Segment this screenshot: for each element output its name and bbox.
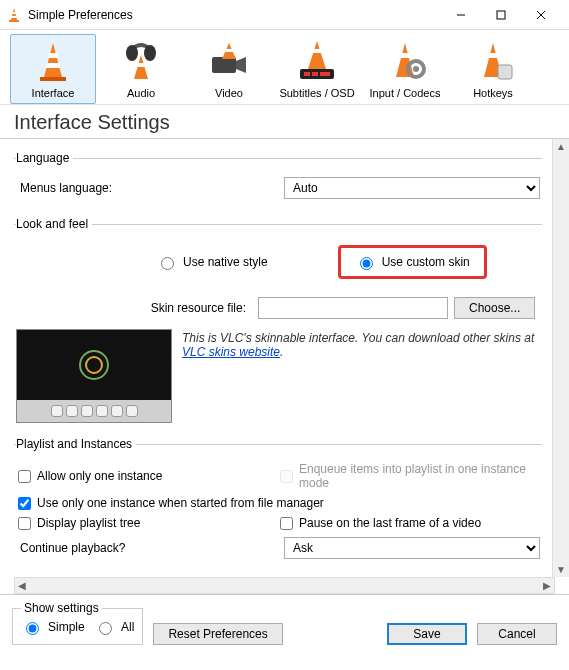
scroll-left-icon[interactable]: ◀ [18,580,26,591]
svg-point-13 [144,45,156,61]
tab-label: Interface [32,87,75,99]
svg-rect-23 [304,72,310,76]
svg-rect-2 [12,12,16,14]
check-allow-one-instance[interactable]: Allow only one instance [16,462,278,490]
svg-rect-25 [320,72,330,76]
group-language: Language Menus language: Auto [14,151,542,207]
svg-rect-15 [137,63,145,67]
interface-icon [30,39,76,85]
preview-controls [17,400,171,422]
radio-native-input[interactable] [161,257,174,270]
scroll-right-icon[interactable]: ▶ [543,580,551,591]
skin-file-label: Skin resource file: [116,301,252,315]
maximize-button[interactable] [481,1,521,29]
svg-rect-21 [312,49,322,53]
group-playlist: Playlist and Instances Allow only one in… [14,437,542,567]
tab-video[interactable]: Video [186,34,272,104]
check-pause-last-frame[interactable]: Pause on the last frame of a video [278,516,540,530]
radio-custom-skin[interactable]: Use custom skin [338,245,487,279]
svg-marker-8 [44,43,62,77]
video-icon [206,39,252,85]
minimize-button[interactable] [441,1,481,29]
hotkeys-icon [470,39,516,85]
tab-label: Input / Codecs [370,87,441,99]
skin-file-input[interactable] [258,297,448,319]
input-codecs-icon [382,39,428,85]
tab-input-codecs[interactable]: Input / Codecs [362,34,448,104]
skins-website-link[interactable]: VLC skins website [182,345,280,359]
skin-description: This is VLC's skinnable interface. You c… [182,329,540,423]
svg-rect-5 [497,11,505,19]
vlc-cone-icon [6,7,22,23]
group-legend: Playlist and Instances [16,437,136,451]
category-toolbar: Interface Audio Video Subtitles / OSD In… [0,30,569,105]
subtitles-icon [294,39,340,85]
vertical-scrollbar[interactable]: ▲ ▼ [552,139,569,577]
close-button[interactable] [521,1,561,29]
check-display-tree[interactable]: Display playlist tree [16,516,278,530]
tab-label: Subtitles / OSD [279,87,354,99]
scroll-up-icon[interactable]: ▲ [556,141,566,152]
svg-rect-9 [40,77,66,81]
radio-label: Use custom skin [382,255,470,269]
svg-marker-17 [236,57,246,73]
svg-marker-26 [396,43,414,77]
svg-rect-11 [46,63,60,68]
cancel-button[interactable]: Cancel [477,623,557,645]
svg-rect-24 [312,72,318,76]
svg-rect-31 [488,53,498,58]
menus-language-label: Menus language: [16,181,284,195]
continue-playback-select[interactable]: Ask [284,537,540,559]
svg-marker-20 [308,41,326,69]
radio-custom-input[interactable] [360,257,373,270]
menus-language-select[interactable]: Auto [284,177,540,199]
tab-hotkeys[interactable]: Hotkeys [450,34,536,104]
group-legend: Look and feel [16,217,92,231]
tab-label: Hotkeys [473,87,513,99]
svg-point-34 [86,357,102,373]
svg-rect-27 [400,53,410,58]
skin-preview [16,329,172,423]
svg-point-33 [80,351,108,379]
check-enqueue: Enqueue items into playlist in one insta… [278,462,540,490]
svg-point-29 [413,66,419,72]
titlebar: Simple Preferences [0,0,569,30]
show-settings-legend: Show settings [21,601,102,615]
tab-audio[interactable]: Audio [98,34,184,104]
svg-rect-3 [11,16,17,18]
tab-interface[interactable]: Interface [10,34,96,104]
preview-visual-icon [17,330,171,400]
group-look-and-feel: Look and feel Use native style Use custo… [14,217,542,427]
choose-button[interactable]: Choose... [454,297,535,319]
svg-point-12 [126,45,138,61]
continue-playback-label: Continue playback? [16,541,284,555]
save-button[interactable]: Save [387,623,467,645]
radio-simple[interactable]: Simple [21,619,85,635]
radio-label: Use native style [183,255,268,269]
group-legend: Language [16,151,73,165]
svg-rect-16 [212,57,236,73]
show-settings-group: Show settings Simple All [12,601,143,645]
svg-rect-19 [225,49,233,52]
check-one-instance-file-manager[interactable]: Use only one instance when started from … [16,496,540,510]
window-title: Simple Preferences [28,8,441,22]
reset-preferences-button[interactable]: Reset Preferences [153,623,282,645]
tab-label: Video [215,87,243,99]
scroll-down-icon[interactable]: ▼ [556,564,566,575]
radio-all[interactable]: All [94,619,134,635]
settings-scroll-area: Language Menus language: Auto Look and f… [0,139,552,577]
svg-rect-1 [9,20,19,22]
radio-native-style[interactable]: Use native style [156,245,268,279]
svg-rect-32 [498,65,512,79]
page-title: Interface Settings [0,105,569,139]
audio-icon [118,39,164,85]
horizontal-scrollbar[interactable]: ◀ ▶ [14,577,555,594]
tab-label: Audio [127,87,155,99]
footer: Show settings Simple All Reset Preferenc… [0,594,569,653]
svg-rect-10 [48,53,58,58]
tab-subtitles[interactable]: Subtitles / OSD [274,34,360,104]
